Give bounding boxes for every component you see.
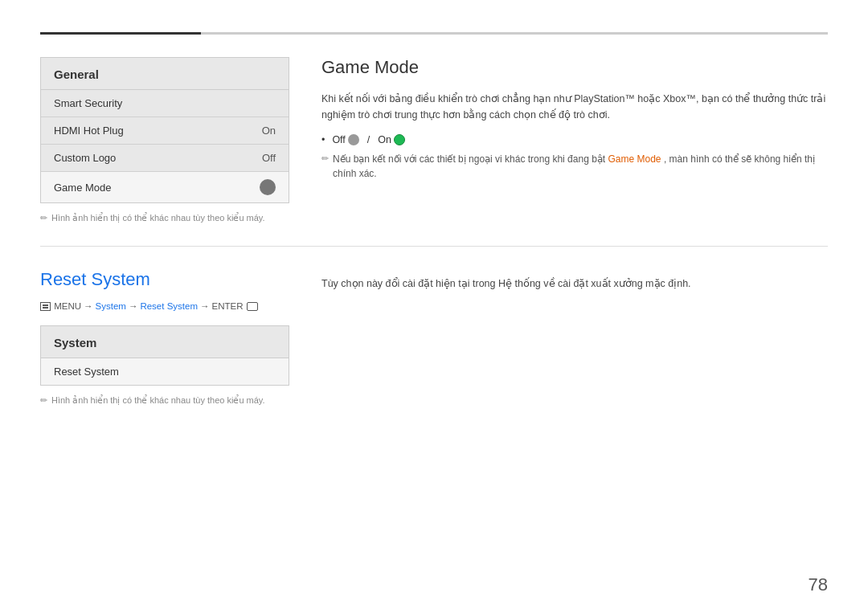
game-mode-note: ✏ Nếu bạn kết nối với các thiết bị ngoại… bbox=[321, 152, 828, 181]
menu-label: MENU bbox=[40, 301, 81, 311]
off-circle bbox=[348, 134, 359, 145]
page-number: 78 bbox=[809, 574, 828, 595]
general-menu-box: General Smart Security HDMI Hot Plug On … bbox=[40, 57, 289, 203]
breadcrumb: MENU → System → Reset System → ENTER bbox=[40, 301, 289, 311]
menu-item-reset-system[interactable]: Reset System bbox=[41, 358, 289, 385]
on-indicator: On bbox=[378, 134, 405, 145]
off-indicator: Off bbox=[332, 134, 358, 145]
general-menu-title: General bbox=[41, 58, 289, 90]
on-circle bbox=[394, 134, 405, 145]
reset-system-description: Tùy chọn này đổi cài đặt hiện tại trong … bbox=[321, 276, 828, 292]
section-separator bbox=[40, 246, 828, 247]
smart-security-label: Smart Security bbox=[54, 97, 122, 109]
menu-icon bbox=[40, 302, 51, 311]
page-container: General Smart Security HDMI Hot Plug On … bbox=[0, 0, 868, 613]
game-mode-toggle[interactable] bbox=[260, 179, 276, 195]
enter-label: ENTER bbox=[212, 301, 258, 311]
custom-logo-label: Custom Logo bbox=[54, 152, 116, 164]
game-mode-label: Game Mode bbox=[54, 182, 112, 194]
top-content: General Smart Security HDMI Hot Plug On … bbox=[40, 57, 828, 223]
reset-system-item-label: Reset System bbox=[54, 366, 119, 378]
reset-system-title: Reset System bbox=[40, 269, 289, 290]
game-mode-title: Game Mode bbox=[321, 57, 828, 78]
hdmi-hot-plug-label: HDMI Hot Plug bbox=[54, 125, 124, 137]
menu-item-custom-logo[interactable]: Custom Logo Off bbox=[41, 145, 289, 172]
left-column-bottom: Reset System MENU → System → Reset Syste… bbox=[40, 269, 289, 406]
bottom-note: ✏ Hình ảnh hiển thị có thể khác nhau tùy… bbox=[40, 395, 289, 406]
divider-light bbox=[201, 32, 828, 35]
system-menu-title: System bbox=[41, 326, 289, 358]
right-column-top: Game Mode Khi kết nối với bảng điều khiể… bbox=[321, 57, 828, 223]
divider-dark bbox=[40, 32, 201, 35]
custom-logo-value: Off bbox=[262, 152, 276, 164]
game-mode-bullet: • Off / On bbox=[321, 134, 828, 145]
enter-icon bbox=[247, 302, 258, 311]
left-column-top: General Smart Security HDMI Hot Plug On … bbox=[40, 57, 289, 223]
right-column-bottom: Tùy chọn này đổi cài đặt hiện tại trong … bbox=[321, 269, 828, 406]
top-note: ✏ Hình ảnh hiển thị có thể khác nhau tùy… bbox=[40, 213, 289, 223]
bottom-sections: Reset System MENU → System → Reset Syste… bbox=[40, 269, 828, 406]
menu-item-game-mode[interactable]: Game Mode bbox=[41, 172, 289, 202]
system-menu-box: System Reset System bbox=[40, 325, 289, 386]
game-mode-description: Khi kết nối với bảng điều khiển trò chơi… bbox=[321, 91, 828, 123]
top-dividers bbox=[40, 32, 828, 35]
menu-item-hdmi-hot-plug[interactable]: HDMI Hot Plug On bbox=[41, 117, 289, 145]
hdmi-hot-plug-value: On bbox=[262, 125, 276, 137]
menu-item-smart-security[interactable]: Smart Security bbox=[41, 90, 289, 117]
